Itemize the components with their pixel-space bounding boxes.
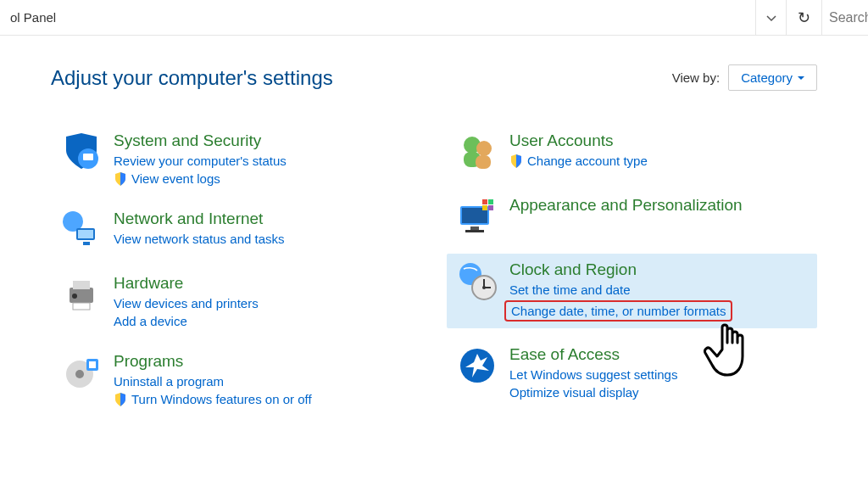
toolbar: ol Panel ↻ Search (0, 0, 868, 36)
caret-down-icon (798, 75, 804, 81)
ease-access-icon (457, 345, 498, 386)
svg-point-11 (75, 370, 84, 378)
svg-rect-13 (89, 361, 96, 368)
categories: System and Security Review your computer… (51, 125, 817, 413)
link-view-devices[interactable]: View devices and printers (114, 296, 259, 310)
shield-icon (114, 172, 127, 186)
shield-computer-icon (61, 131, 102, 172)
category-clock-region: Clock and Region Set the time and date C… (447, 254, 817, 328)
users-icon (457, 131, 498, 172)
svg-rect-23 (488, 199, 493, 204)
category-hardware: Hardware View devices and printers Add a… (51, 267, 421, 335)
refresh-icon: ↻ (798, 8, 810, 27)
monitor-colors-icon (457, 196, 498, 237)
category-user-accounts: User Accounts Change account type (447, 125, 817, 179)
category-title[interactable]: Ease of Access (509, 345, 677, 364)
breadcrumb-text: ol Panel (10, 10, 56, 25)
category-title[interactable]: Appearance and Personalization (509, 196, 743, 215)
svg-rect-22 (482, 199, 487, 204)
category-title[interactable]: Programs (114, 352, 312, 371)
svg-rect-5 (83, 242, 90, 245)
shield-icon (509, 154, 523, 168)
right-column: User Accounts Change account type Appear… (447, 125, 817, 413)
svg-rect-1 (83, 154, 93, 160)
clock-globe-icon (457, 260, 498, 301)
search-input[interactable]: Search (822, 0, 868, 35)
link-network-status[interactable]: View network status and tasks (114, 232, 285, 246)
link-view-event-logs[interactable]: View event logs (114, 171, 287, 186)
link-change-account-type[interactable]: Change account type (509, 154, 648, 168)
search-placeholder: Search (829, 10, 868, 25)
printer-icon (61, 274, 102, 315)
category-ease-access: Ease of Access Let Windows suggest setti… (447, 338, 817, 406)
svg-rect-25 (488, 205, 493, 210)
category-appearance: Appearance and Personalization (447, 189, 817, 243)
link-uninstall[interactable]: Uninstall a program (114, 374, 312, 389)
shield-icon (114, 393, 127, 406)
left-column: System and Security Review your computer… (51, 125, 421, 413)
link-windows-features[interactable]: Turn Windows features on or off (114, 392, 312, 406)
category-programs: Programs Uninstall a program Turn Window… (51, 345, 421, 413)
network-icon (61, 210, 102, 250)
svg-rect-20 (470, 227, 479, 230)
category-network-internet: Network and Internet View network status… (51, 203, 421, 257)
link-set-time-date[interactable]: Set the time and date (509, 282, 732, 297)
link-review-status[interactable]: Review your computer's status (114, 154, 287, 168)
header-row: Adjust your computer's settings View by:… (51, 64, 817, 91)
link-add-device[interactable]: Add a device (114, 314, 259, 328)
svg-rect-24 (482, 205, 487, 210)
content-area: Adjust your computer's settings View by:… (0, 36, 868, 413)
category-title[interactable]: Network and Internet (114, 210, 285, 228)
svg-rect-7 (73, 281, 90, 289)
refresh-button[interactable]: ↻ (787, 0, 822, 36)
category-title[interactable]: User Accounts (509, 131, 648, 150)
svg-point-30 (482, 286, 486, 289)
programs-icon (61, 352, 102, 393)
link-optimize-visual[interactable]: Optimize visual display (509, 385, 677, 400)
page-title: Adjust your computer's settings (51, 66, 333, 90)
svg-rect-9 (73, 303, 90, 310)
svg-rect-4 (78, 230, 93, 238)
viewby-dropdown[interactable]: Category (728, 64, 817, 91)
link-windows-suggest[interactable]: Let Windows suggest settings (509, 367, 677, 382)
category-system-security: System and Security Review your computer… (51, 125, 421, 193)
category-title[interactable]: Clock and Region (509, 260, 732, 279)
chevron-down-icon (766, 13, 776, 23)
svg-point-15 (476, 141, 492, 156)
link-change-formats[interactable]: Change date, time, or number formats (504, 300, 732, 322)
svg-point-8 (72, 294, 77, 299)
viewby-value: Category (741, 70, 793, 85)
svg-rect-17 (476, 155, 491, 169)
viewby-container: View by: Category (672, 64, 817, 91)
address-history-button[interactable] (756, 0, 787, 36)
svg-rect-21 (465, 230, 484, 232)
category-title[interactable]: Hardware (114, 274, 259, 293)
viewby-label: View by: (672, 70, 720, 85)
address-bar[interactable]: ol Panel (0, 0, 756, 35)
category-title[interactable]: System and Security (114, 131, 287, 150)
